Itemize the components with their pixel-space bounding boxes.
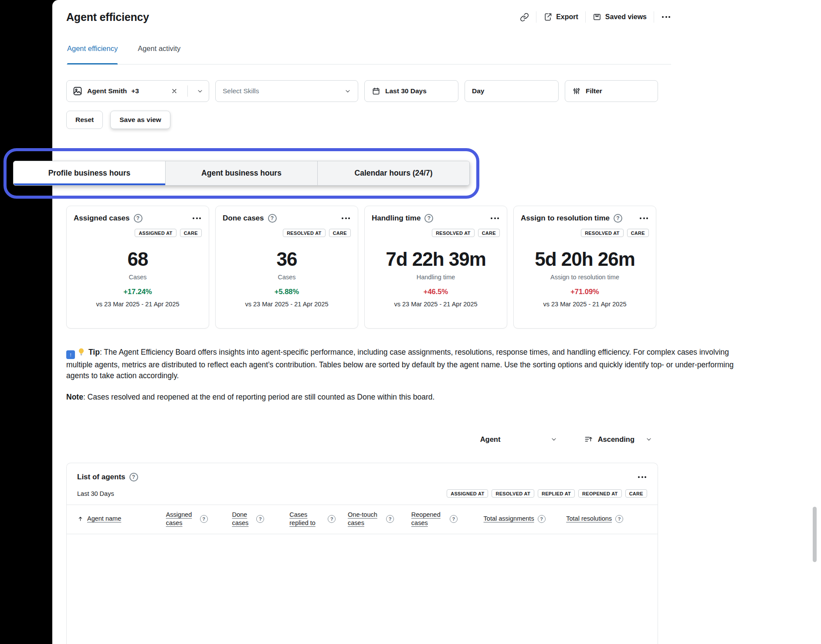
date-range-select[interactable]: Last 30 Days	[364, 80, 458, 102]
help-icon[interactable]	[200, 515, 208, 523]
list-of-agents-card: List of agents Last 30 Days ASSIGNED AT …	[66, 463, 658, 644]
table-header-row: Agent name Assigned cases Done cases Cas…	[67, 505, 658, 534]
segment-profile-business-hours[interactable]: Profile business hours	[14, 161, 165, 185]
tip-body: : The Agent Efficiency Board offers insi…	[66, 348, 733, 380]
metric-delta: +46.5%	[372, 288, 500, 296]
metric-card-handling-time: Handling time RESOLVED AT CARE 7d 22h 39…	[364, 206, 507, 329]
metric-label: Handling time	[372, 274, 500, 281]
help-icon[interactable]	[450, 515, 458, 523]
divider	[585, 11, 586, 23]
help-icon[interactable]	[538, 515, 546, 523]
tip-text: Tip: The Agent Efficiency Board offers i…	[66, 347, 755, 381]
sort-field-label: Agent	[480, 435, 501, 444]
help-icon[interactable]	[328, 515, 336, 523]
sort-ascending-icon	[584, 435, 593, 444]
more-menu-icon[interactable]	[661, 15, 671, 19]
export-button[interactable]: Export	[543, 13, 578, 21]
filter-button[interactable]: Filter	[565, 80, 658, 102]
timestamp-badge: RESOLVED AT	[432, 229, 475, 237]
list-title: List of agents	[77, 473, 126, 481]
agent-filter-chip[interactable]: Agent Smith +3	[66, 80, 209, 102]
tip-label: Tip	[88, 348, 100, 356]
image-icon	[72, 86, 83, 96]
column-header-one-touch-cases[interactable]: One-touch cases	[348, 511, 411, 527]
column-header-agent-name[interactable]: Agent name	[77, 515, 166, 523]
help-icon[interactable]	[424, 214, 433, 223]
filter-actions: Reset Save as view	[66, 111, 781, 129]
save-as-view-button[interactable]: Save as view	[110, 111, 170, 129]
chevron-down-icon	[345, 88, 351, 94]
column-header-total-assignments[interactable]: Total assignments	[484, 515, 567, 523]
column-header-assigned-cases[interactable]: Assigned cases	[166, 511, 232, 527]
metric-label: Assign to resolution time	[521, 274, 649, 281]
sort-controls: Agent Ascending	[66, 435, 671, 444]
metric-comparison: vs 23 Mar 2025 - 21 Apr 2025	[521, 301, 649, 308]
help-icon[interactable]	[615, 515, 623, 523]
metric-value: 36	[223, 248, 351, 270]
card-menu-icon[interactable]	[639, 217, 649, 220]
help-icon[interactable]	[134, 214, 142, 223]
card-menu-icon[interactable]	[192, 217, 202, 220]
timestamp-badge: RESOLVED AT	[581, 229, 624, 237]
sort-direction-dropdown[interactable]: Ascending	[584, 435, 652, 444]
sort-field-dropdown[interactable]: Agent	[480, 435, 557, 444]
card-menu-icon[interactable]	[490, 217, 500, 220]
timestamp-badge: REOPENED AT	[578, 489, 622, 498]
brand-badge: CARE	[329, 229, 351, 237]
column-header-reopened-cases[interactable]: Reopened cases	[411, 511, 484, 527]
reset-button[interactable]: Reset	[66, 111, 103, 129]
help-icon[interactable]	[256, 515, 264, 523]
note-label: Note	[66, 393, 83, 401]
agent-filter-extra-count: +3	[131, 87, 139, 95]
agent-filter-label: Agent Smith	[87, 87, 127, 95]
interval-label: Day	[472, 87, 484, 95]
help-icon[interactable]	[129, 473, 138, 481]
vertical-scrollbar-thumb[interactable]	[813, 507, 817, 562]
metric-cards-row: Assigned cases ASSIGNED AT CARE 68 Cases…	[66, 206, 781, 329]
sort-up-arrow-icon	[77, 515, 84, 522]
help-icon[interactable]	[614, 214, 622, 223]
tab-agent-activity[interactable]: Agent activity	[138, 34, 180, 64]
desktop-letterbox	[0, 0, 52, 644]
export-label: Export	[556, 13, 578, 21]
chevron-down-icon	[646, 436, 652, 442]
timestamp-badge: ASSIGNED AT	[135, 229, 176, 237]
metric-card-title: Assign to resolution time	[521, 214, 610, 223]
brand-badge: CARE	[478, 229, 500, 237]
help-icon[interactable]	[268, 214, 277, 223]
sort-direction-label: Ascending	[598, 435, 634, 444]
divider	[187, 85, 188, 97]
metric-card-assign-to-resolution-time: Assign to resolution time RESOLVED AT CA…	[513, 206, 656, 329]
metric-delta: +5.88%	[223, 288, 351, 296]
card-menu-icon[interactable]	[341, 217, 351, 220]
tab-agent-efficiency[interactable]: Agent efficiency	[67, 34, 118, 64]
interval-select[interactable]: Day	[465, 80, 559, 102]
help-icon[interactable]	[386, 515, 394, 523]
column-header-total-resolutions[interactable]: Total resolutions	[566, 515, 647, 523]
card-menu-icon[interactable]	[637, 475, 647, 479]
metric-label: Cases	[74, 274, 202, 281]
timestamp-badge: REPLIED AT	[538, 489, 575, 498]
copy-link-icon[interactable]	[520, 13, 529, 22]
chevron-down-icon[interactable]	[197, 88, 203, 94]
saved-views-label: Saved views	[605, 13, 647, 21]
column-header-done-cases[interactable]: Done cases	[232, 511, 289, 527]
segment-agent-business-hours[interactable]: Agent business hours	[165, 161, 317, 185]
metric-card-title: Done cases	[223, 214, 264, 223]
clear-filter-icon[interactable]	[171, 88, 178, 95]
brand-badge: CARE	[627, 229, 649, 237]
segment-calendar-hours[interactable]: Calendar hours (24/7)	[317, 161, 469, 185]
tab-bar: Agent efficiency Agent activity	[66, 34, 671, 64]
metric-value: 68	[74, 248, 202, 270]
saved-views-button[interactable]: Saved views	[593, 13, 647, 21]
up-arrow-emoji-icon	[66, 350, 75, 359]
metric-card-title: Assigned cases	[74, 214, 130, 223]
skills-select[interactable]: Select Skills	[215, 80, 358, 102]
column-header-cases-replied-to[interactable]: Cases replied to	[289, 511, 348, 527]
metric-label: Cases	[223, 274, 351, 281]
calendar-icon	[372, 87, 380, 95]
list-badges: ASSIGNED AT RESOLVED AT REPLIED AT REOPE…	[447, 489, 647, 498]
metric-delta: +71.09%	[521, 288, 649, 296]
business-hours-toggle: Profile business hours Agent business ho…	[13, 161, 470, 186]
timestamp-badge: ASSIGNED AT	[447, 489, 488, 498]
